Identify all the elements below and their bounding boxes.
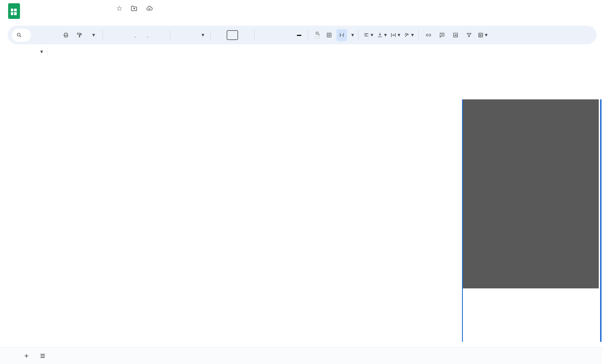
market-share-pie-chart[interactable] <box>463 99 599 288</box>
selection-border-left <box>462 99 463 342</box>
pie-plot <box>463 99 599 288</box>
sheet-tab-bar: + <box>0 347 602 364</box>
selection-border-right <box>600 99 601 342</box>
google-sheets-window: ☆ <box>0 0 602 364</box>
add-sheet-button[interactable]: + <box>21 350 32 362</box>
all-sheets-button[interactable] <box>37 350 48 362</box>
